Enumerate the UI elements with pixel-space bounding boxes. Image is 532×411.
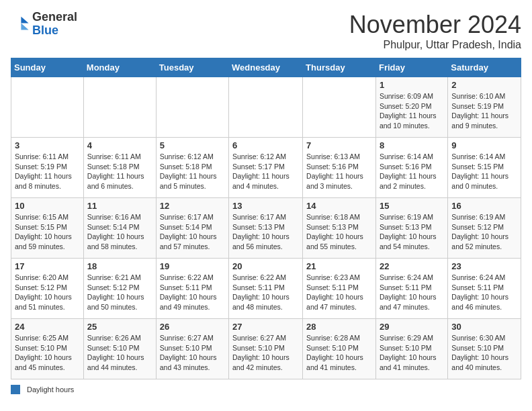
day-info: Sunrise: 6:19 AMSunset: 5:12 PMDaylight:… xyxy=(451,212,517,252)
legend-box xyxy=(11,385,20,394)
day-info: Sunrise: 6:27 AMSunset: 5:10 PMDaylight:… xyxy=(232,333,299,373)
day-number: 2 xyxy=(451,80,517,90)
weekday-header-row: SundayMondayTuesdayWednesdayThursdayFrid… xyxy=(11,58,521,77)
day-info: Sunrise: 6:16 AMSunset: 5:14 PMDaylight:… xyxy=(87,212,152,252)
day-info: Sunrise: 6:14 AMSunset: 5:16 PMDaylight:… xyxy=(380,152,444,191)
day-info: Sunrise: 6:09 AMSunset: 5:20 PMDaylight:… xyxy=(380,91,444,131)
calendar-cell: 21Sunrise: 6:23 AMSunset: 5:11 PMDayligh… xyxy=(303,259,376,319)
day-number: 11 xyxy=(87,201,152,211)
logo-blue: Blue xyxy=(32,24,77,38)
calendar-footer: Daylight hours xyxy=(11,385,521,394)
day-number: 4 xyxy=(87,140,152,150)
page-header: General Blue November 2024 Phulpur, Utta… xyxy=(11,11,521,51)
svg-marker-1 xyxy=(21,23,28,30)
day-info: Sunrise: 6:18 AMSunset: 5:13 PMDaylight:… xyxy=(306,212,372,252)
day-info: Sunrise: 6:13 AMSunset: 5:16 PMDaylight:… xyxy=(306,152,372,191)
calendar-week-row: 1Sunrise: 6:09 AMSunset: 5:20 PMDaylight… xyxy=(11,77,521,138)
weekday-header-wednesday: Wednesday xyxy=(229,58,303,77)
day-number: 26 xyxy=(160,322,225,332)
day-number: 10 xyxy=(15,201,80,211)
month-title: November 2024 xyxy=(349,11,521,39)
calendar-cell: 14Sunrise: 6:18 AMSunset: 5:13 PMDayligh… xyxy=(303,198,376,259)
day-number: 21 xyxy=(306,261,372,271)
day-number: 14 xyxy=(306,201,372,211)
calendar-week-row: 3Sunrise: 6:11 AMSunset: 5:19 PMDaylight… xyxy=(11,138,521,198)
calendar-cell: 24Sunrise: 6:25 AMSunset: 5:10 PMDayligh… xyxy=(11,319,84,379)
day-info: Sunrise: 6:24 AMSunset: 5:11 PMDaylight:… xyxy=(380,273,444,312)
day-info: Sunrise: 6:22 AMSunset: 5:11 PMDaylight:… xyxy=(232,273,299,312)
day-number: 27 xyxy=(232,322,299,332)
calendar-cell: 19Sunrise: 6:22 AMSunset: 5:11 PMDayligh… xyxy=(156,259,228,319)
day-number: 1 xyxy=(380,80,444,90)
calendar-cell: 4Sunrise: 6:11 AMSunset: 5:18 PMDaylight… xyxy=(83,138,156,198)
day-info: Sunrise: 6:15 AMSunset: 5:15 PMDaylight:… xyxy=(15,212,80,252)
day-number: 29 xyxy=(380,322,444,332)
location: Phulpur, Uttar Pradesh, India xyxy=(349,39,521,51)
day-number: 5 xyxy=(160,140,225,150)
day-number: 20 xyxy=(232,261,299,271)
day-info: Sunrise: 6:12 AMSunset: 5:18 PMDaylight:… xyxy=(160,152,225,191)
day-number: 25 xyxy=(87,322,152,332)
calendar-cell xyxy=(83,77,156,138)
day-info: Sunrise: 6:20 AMSunset: 5:12 PMDaylight:… xyxy=(15,273,80,312)
day-number: 8 xyxy=(380,140,444,150)
calendar-cell xyxy=(156,77,228,138)
calendar-cell: 8Sunrise: 6:14 AMSunset: 5:16 PMDaylight… xyxy=(375,138,447,198)
calendar-cell: 25Sunrise: 6:26 AMSunset: 5:10 PMDayligh… xyxy=(83,319,156,379)
day-info: Sunrise: 6:17 AMSunset: 5:14 PMDaylight:… xyxy=(160,212,225,252)
weekday-header-tuesday: Tuesday xyxy=(156,58,228,77)
day-number: 9 xyxy=(451,140,517,150)
weekday-header-friday: Friday xyxy=(375,58,447,77)
calendar-table: SundayMondayTuesdayWednesdayThursdayFrid… xyxy=(11,58,521,379)
weekday-header-saturday: Saturday xyxy=(448,58,521,77)
day-info: Sunrise: 6:28 AMSunset: 5:10 PMDaylight:… xyxy=(306,333,372,373)
day-info: Sunrise: 6:11 AMSunset: 5:18 PMDaylight:… xyxy=(87,152,152,191)
calendar-cell: 1Sunrise: 6:09 AMSunset: 5:20 PMDaylight… xyxy=(375,77,447,138)
day-number: 16 xyxy=(451,201,517,211)
svg-marker-0 xyxy=(21,17,28,24)
logo-general: General xyxy=(32,11,77,24)
day-info: Sunrise: 6:25 AMSunset: 5:10 PMDaylight:… xyxy=(15,333,80,373)
calendar-cell: 6Sunrise: 6:12 AMSunset: 5:17 PMDaylight… xyxy=(229,138,303,198)
day-number: 6 xyxy=(232,140,299,150)
weekday-header-thursday: Thursday xyxy=(303,58,376,77)
calendar-cell: 27Sunrise: 6:27 AMSunset: 5:10 PMDayligh… xyxy=(229,319,303,379)
calendar-cell: 20Sunrise: 6:22 AMSunset: 5:11 PMDayligh… xyxy=(229,259,303,319)
day-info: Sunrise: 6:29 AMSunset: 5:10 PMDaylight:… xyxy=(380,333,444,373)
day-number: 28 xyxy=(306,322,372,332)
calendar-cell: 3Sunrise: 6:11 AMSunset: 5:19 PMDaylight… xyxy=(11,138,84,198)
calendar-cell: 18Sunrise: 6:21 AMSunset: 5:12 PMDayligh… xyxy=(83,259,156,319)
day-number: 23 xyxy=(451,261,517,271)
logo: General Blue xyxy=(11,11,77,38)
day-number: 7 xyxy=(306,140,372,150)
day-info: Sunrise: 6:17 AMSunset: 5:13 PMDaylight:… xyxy=(232,212,299,252)
day-number: 12 xyxy=(160,201,225,211)
day-info: Sunrise: 6:21 AMSunset: 5:12 PMDaylight:… xyxy=(87,273,152,312)
day-number: 17 xyxy=(15,261,80,271)
day-info: Sunrise: 6:19 AMSunset: 5:13 PMDaylight:… xyxy=(380,212,444,252)
day-number: 30 xyxy=(451,322,517,332)
day-info: Sunrise: 6:10 AMSunset: 5:19 PMDaylight:… xyxy=(451,91,517,131)
day-info: Sunrise: 6:22 AMSunset: 5:11 PMDaylight:… xyxy=(160,273,225,312)
day-info: Sunrise: 6:14 AMSunset: 5:15 PMDaylight:… xyxy=(451,152,517,191)
calendar-cell: 30Sunrise: 6:30 AMSunset: 5:10 PMDayligh… xyxy=(448,319,521,379)
calendar-cell xyxy=(303,77,376,138)
calendar-cell: 7Sunrise: 6:13 AMSunset: 5:16 PMDaylight… xyxy=(303,138,376,198)
logo-icon xyxy=(11,15,30,34)
calendar-cell: 16Sunrise: 6:19 AMSunset: 5:12 PMDayligh… xyxy=(448,198,521,259)
calendar-cell: 15Sunrise: 6:19 AMSunset: 5:13 PMDayligh… xyxy=(375,198,447,259)
day-number: 13 xyxy=(232,201,299,211)
calendar-cell: 13Sunrise: 6:17 AMSunset: 5:13 PMDayligh… xyxy=(229,198,303,259)
calendar-cell xyxy=(11,77,84,138)
calendar-cell: 12Sunrise: 6:17 AMSunset: 5:14 PMDayligh… xyxy=(156,198,228,259)
calendar-cell: 28Sunrise: 6:28 AMSunset: 5:10 PMDayligh… xyxy=(303,319,376,379)
day-number: 24 xyxy=(15,322,80,332)
day-number: 19 xyxy=(160,261,225,271)
day-number: 22 xyxy=(380,261,444,271)
day-info: Sunrise: 6:23 AMSunset: 5:11 PMDaylight:… xyxy=(306,273,372,312)
calendar-cell: 23Sunrise: 6:24 AMSunset: 5:11 PMDayligh… xyxy=(448,259,521,319)
calendar-week-row: 24Sunrise: 6:25 AMSunset: 5:10 PMDayligh… xyxy=(11,319,521,379)
legend-label: Daylight hours xyxy=(27,385,74,394)
day-info: Sunrise: 6:27 AMSunset: 5:10 PMDaylight:… xyxy=(160,333,225,373)
day-info: Sunrise: 6:30 AMSunset: 5:10 PMDaylight:… xyxy=(451,333,517,373)
